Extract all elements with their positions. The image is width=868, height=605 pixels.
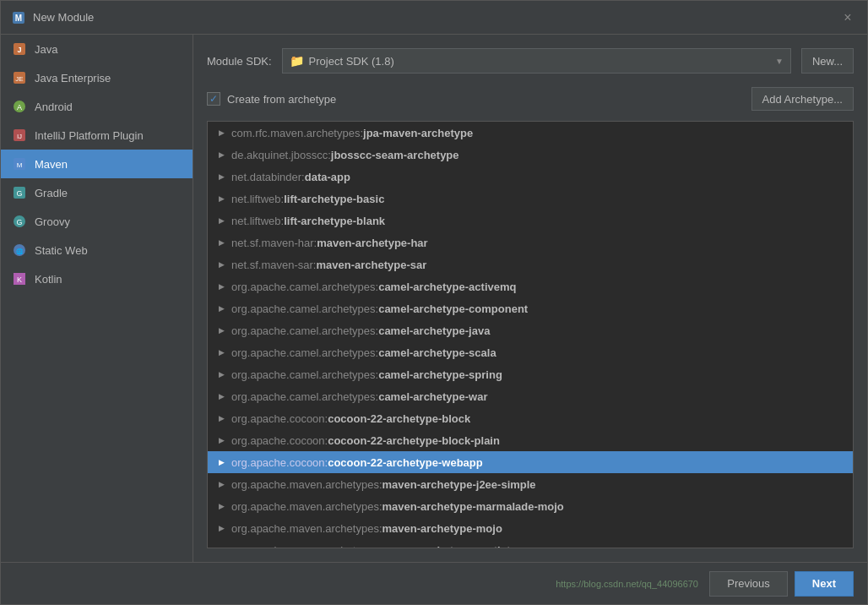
sidebar-item-maven[interactable]: MMaven <box>1 150 193 178</box>
archetype-list-item[interactable]: ▶org.apache.maven.archetypes:maven-arche… <box>208 539 853 548</box>
archetype-name: lift-archetype-blank <box>284 215 385 227</box>
close-button[interactable]: × <box>838 8 857 27</box>
sidebar-item-android[interactable]: AAndroid <box>1 92 193 121</box>
archetype-name: data-app <box>305 171 350 183</box>
archetype-list-item[interactable]: ▶org.apache.camel.archetypes:camel-arche… <box>208 275 853 297</box>
expand-arrow-icon: ▶ <box>214 126 228 139</box>
archetype-list-item[interactable]: ▶org.apache.camel.archetypes:camel-arche… <box>208 297 853 319</box>
archetype-name: cocoon-22-archetype-webapp <box>328 456 483 469</box>
expand-arrow-icon: ▶ <box>214 280 228 293</box>
archetype-list-item[interactable]: ▶org.apache.cocoon:cocoon-22-archetype-w… <box>208 451 853 473</box>
archetype-list-item[interactable]: ▶org.apache.maven.archetypes:maven-arche… <box>208 495 853 517</box>
svg-text:🌐: 🌐 <box>16 248 24 255</box>
gradle-icon: G <box>11 184 28 201</box>
title-bar: M New Module × <box>1 1 867 35</box>
archetype-list-item[interactable]: ▶net.liftweb:lift-archetype-blank <box>208 210 853 232</box>
archetype-name: maven-archetype-portlet <box>382 544 511 549</box>
archetype-name: camel-archetype-java <box>378 324 490 337</box>
sdk-new-button[interactable]: New... <box>801 48 854 74</box>
archetype-list-item[interactable]: ▶org.apache.cocoon:cocoon-22-archetype-b… <box>208 407 853 429</box>
footer-url: https://blog.csdn.net/qq_44096670 <box>556 579 698 589</box>
expand-arrow-icon: ▶ <box>214 346 228 359</box>
sidebar-item-intellij[interactable]: IJIntelliJ Platform Plugin <box>1 121 193 150</box>
expand-arrow-icon: ▶ <box>214 521 228 535</box>
sidebar-item-static-web[interactable]: 🌐Static Web <box>1 236 193 264</box>
archetype-prefix: com.rfc.maven.archetypes: <box>231 127 363 139</box>
archetype-list-item[interactable]: ▶net.liftweb:lift-archetype-basic <box>208 188 853 210</box>
archetype-prefix: net.sf.maven-har: <box>231 237 317 249</box>
sidebar-item-java-enterprise[interactable]: JEJava Enterprise <box>1 63 193 92</box>
archetype-prefix: net.sf.maven-sar: <box>231 259 316 271</box>
archetype-list-item[interactable]: ▶net.databinder:data-app <box>208 166 853 188</box>
archetype-name: jbosscc-seam-archetype <box>331 149 459 161</box>
svg-text:JE: JE <box>15 75 23 83</box>
android-icon: A <box>11 98 28 115</box>
archetype-prefix: org.apache.cocoon: <box>231 412 328 425</box>
java-enterprise-icon: JE <box>11 69 28 86</box>
expand-arrow-icon: ▶ <box>214 543 228 548</box>
archetype-list-item[interactable]: ▶org.apache.camel.archetypes:camel-arche… <box>208 363 853 385</box>
sdk-label: Module SDK: <box>207 55 272 68</box>
expand-arrow-icon: ▶ <box>214 455 228 469</box>
archetype-list: ▶com.rfc.maven.archetypes:jpa-maven-arch… <box>208 122 853 548</box>
sdk-folder-icon: 📁 <box>290 54 304 68</box>
archetype-prefix: org.apache.camel.archetypes: <box>231 368 378 381</box>
archetype-name: camel-archetype-component <box>378 302 528 315</box>
sidebar-item-java[interactable]: JJava <box>1 35 193 63</box>
archetype-list-item[interactable]: ▶de.akquinet.jbosscc:jbosscc-seam-archet… <box>208 144 853 166</box>
archetype-prefix: org.apache.cocoon: <box>231 434 328 447</box>
archetype-name: maven-archetype-j2ee-simple <box>382 478 536 491</box>
expand-arrow-icon: ▶ <box>214 214 228 227</box>
archetype-prefix: net.liftweb: <box>231 215 284 227</box>
expand-arrow-icon: ▶ <box>214 324 228 337</box>
expand-arrow-icon: ▶ <box>214 390 228 403</box>
sidebar: JJavaJEJava EnterpriseAAndroidIJIntelliJ… <box>1 35 193 562</box>
svg-text:J: J <box>17 46 21 54</box>
right-panel: Module SDK: 📁 Project SDK (1.8) ▼ New...… <box>193 35 867 562</box>
archetype-list-item[interactable]: ▶org.apache.maven.archetypes:maven-arche… <box>208 473 853 495</box>
archetype-prefix: org.apache.maven.archetypes: <box>231 544 382 549</box>
archetype-list-item[interactable]: ▶com.rfc.maven.archetypes:jpa-maven-arch… <box>208 122 853 144</box>
next-button[interactable]: Next <box>795 571 854 597</box>
sidebar-item-label-android: Android <box>35 101 73 113</box>
svg-text:A: A <box>17 103 22 112</box>
svg-text:IJ: IJ <box>17 133 22 140</box>
dialog-title: New Module <box>33 11 838 24</box>
sdk-value: Project SDK (1.8) <box>309 55 394 68</box>
expand-arrow-icon: ▶ <box>214 192 228 205</box>
create-from-archetype-checkbox[interactable] <box>207 92 220 106</box>
sidebar-item-label-intellij: IntelliJ Platform Plugin <box>35 129 144 142</box>
archetype-prefix: org.apache.maven.archetypes: <box>231 522 382 535</box>
intellij-icon: IJ <box>11 127 28 144</box>
archetype-prefix: org.apache.cocoon: <box>231 456 328 469</box>
archetype-list-item[interactable]: ▶org.apache.camel.archetypes:camel-arche… <box>208 385 853 407</box>
archetype-name: maven-archetype-marmalade-mojo <box>382 500 564 513</box>
archetype-name: cocoon-22-archetype-block-plain <box>328 434 500 447</box>
archetype-prefix: org.apache.maven.archetypes: <box>231 478 382 491</box>
archetype-list-item[interactable]: ▶net.sf.maven-sar:maven-archetype-sar <box>208 253 853 275</box>
archetype-list-item[interactable]: ▶org.apache.camel.archetypes:camel-arche… <box>208 341 853 363</box>
sidebar-item-gradle[interactable]: GGradle <box>1 178 193 207</box>
main-content: JJavaJEJava EnterpriseAAndroidIJIntelliJ… <box>1 35 867 562</box>
maven-icon: M <box>11 155 28 172</box>
archetype-list-item[interactable]: ▶org.apache.camel.archetypes:camel-arche… <box>208 319 853 341</box>
archetype-list-item[interactable]: ▶org.apache.maven.archetypes:maven-arche… <box>208 517 853 539</box>
expand-arrow-icon: ▶ <box>214 368 228 381</box>
sidebar-item-groovy[interactable]: GGroovy <box>1 207 193 236</box>
sdk-arrow-icon: ▼ <box>775 57 784 66</box>
add-archetype-button[interactable]: Add Archetype... <box>751 87 854 111</box>
archetype-prefix: org.apache.maven.archetypes: <box>231 500 382 513</box>
sidebar-item-kotlin[interactable]: KKotlin <box>1 264 193 293</box>
expand-arrow-icon: ▶ <box>214 412 228 425</box>
archetype-list-item[interactable]: ▶net.sf.maven-har:maven-archetype-har <box>208 232 853 253</box>
footer: https://blog.csdn.net/qq_44096670 Previo… <box>1 562 867 604</box>
sdk-dropdown[interactable]: 📁 Project SDK (1.8) ▼ <box>282 48 791 74</box>
svg-text:M: M <box>15 14 22 23</box>
groovy-icon: G <box>11 213 28 230</box>
archetype-list-item[interactable]: ▶org.apache.cocoon:cocoon-22-archetype-b… <box>208 429 853 451</box>
sidebar-item-label-static-web: Static Web <box>35 244 88 257</box>
archetype-name: maven-archetype-mojo <box>382 522 502 535</box>
previous-button[interactable]: Previous <box>709 571 788 597</box>
expand-arrow-icon: ▶ <box>214 236 228 249</box>
archetype-prefix: org.apache.camel.archetypes: <box>231 302 378 315</box>
